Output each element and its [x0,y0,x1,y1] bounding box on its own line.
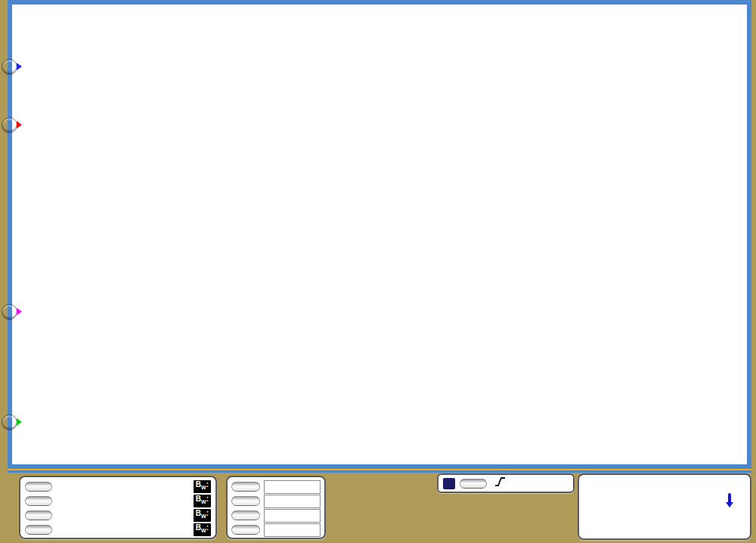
channel-3-pill[interactable] [25,510,52,520]
rising-edge-icon [494,476,506,491]
channel-4-pill[interactable] [25,525,52,535]
oscilloscope-screen: BW: BW: BW: BW: [0,0,756,543]
channel-3-bandwidth: BW: [194,509,211,522]
channel-row: BW: [25,494,211,508]
cursor-readout-box[interactable] [226,476,326,539]
cursor-row [231,494,321,508]
channel-2-marker[interactable] [2,117,17,133]
timebase-row [585,478,744,493]
channel-2-bandwidth: BW: [194,495,211,507]
channel-row: BW: [25,523,211,537]
cursor-t1-pill[interactable] [231,482,260,492]
cursor-row [231,508,321,523]
cursor-row [231,523,321,537]
datetime-row [585,523,744,538]
channel-1-arrow-icon [17,63,22,70]
channel-4-bandwidth: BW: [194,523,211,536]
channel-1-bandwidth: BW: [194,480,211,493]
cursor-freq-value [264,523,321,537]
channel-settings-box[interactable]: BW: BW: BW: BW: [19,476,217,539]
channel-row: BW: [25,479,211,494]
acqs-row [585,508,744,523]
cursor-t1-value [264,480,321,494]
trigger-readout-box[interactable] [437,473,575,493]
cursor-t2-value [264,495,321,508]
cursor-t2-pill[interactable] [231,496,260,506]
cursor-freq-pill[interactable] [231,525,260,535]
channel-3-marker[interactable] [2,414,17,430]
trigger-source-pill[interactable] [460,479,487,489]
waveform-display[interactable] [8,0,751,469]
channel-3-arrow-icon [17,418,22,426]
channel-1-pill[interactable] [25,482,52,492]
trigger-a-badge [443,478,455,489]
cursor-dt-pill[interactable] [231,510,260,520]
channel-4-arrow-icon [17,308,22,315]
channel-2-arrow-icon [17,121,22,129]
channel-row: BW: [25,508,211,523]
acquisition-status-row [585,493,744,508]
channel-2-pill[interactable] [25,496,52,506]
horizontal-readout-box[interactable] [578,473,751,540]
cursor-row [231,479,321,494]
cursor-dt-value [264,509,321,523]
trigger-position-icon [726,493,733,510]
bottom-frame-line [8,470,751,473]
waveform-svg [12,5,747,464]
channel-4-marker[interactable] [2,304,17,320]
channel-1-marker[interactable] [2,59,17,75]
